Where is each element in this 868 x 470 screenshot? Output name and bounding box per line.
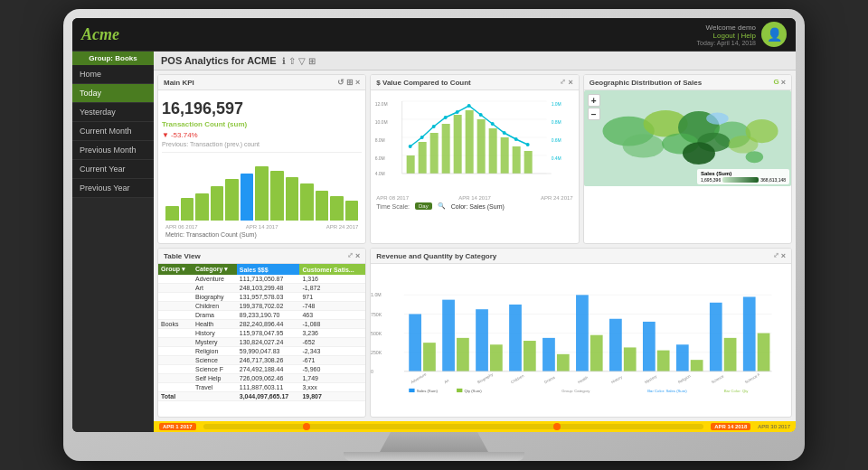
svg-text:12.0M: 12.0M: [375, 101, 388, 107]
sidebar-item-previous-month[interactable]: Previous Month: [72, 141, 154, 160]
svg-text:0: 0: [371, 369, 373, 374]
svg-rect-63: [443, 300, 456, 371]
table-row[interactable]: Science F 274,492,188.44 -5,960: [158, 365, 365, 374]
table-header-icons: ⤢ ×: [347, 251, 360, 260]
rev-close-icon[interactable]: ×: [781, 251, 786, 260]
cell-category: Biography: [193, 293, 237, 302]
info-icon[interactable]: ℹ: [282, 56, 286, 66]
cell-category: Children: [193, 302, 237, 311]
widget-rev-header: Revenue and Quantity by Category ⤢ ×: [371, 249, 791, 264]
user-info: Welcome demo Logout | Help Today: April …: [697, 24, 756, 46]
vc-legend: Color: Sales (Sum): [451, 203, 505, 210]
kpi-icon-2[interactable]: ⊞: [346, 78, 354, 87]
sidebar-item-home[interactable]: Home: [72, 65, 154, 84]
bar-12: [345, 201, 359, 221]
table-row[interactable]: Biography 131,957,578.03 971: [158, 293, 365, 302]
col-category[interactable]: Category ▾: [193, 264, 237, 275]
sidebar-item-yesterday[interactable]: Yesterday: [72, 103, 154, 122]
svg-rect-76: [657, 351, 670, 371]
cell-group: [158, 365, 193, 374]
cell-group: [158, 284, 193, 293]
timeline-bar: APR 1 2017 APR 14 2018 APR 30 2017: [154, 421, 796, 432]
table-row[interactable]: Religion 59,990,047.83 -2,343: [158, 347, 365, 356]
cell-category: Adventure: [193, 275, 237, 284]
user-links[interactable]: Logout | Help: [697, 32, 756, 40]
vc-timescale-value[interactable]: Day: [415, 202, 432, 210]
kpi-xaxis: APR 06 2017 APR 14 2017 APR 24 2017: [162, 224, 362, 230]
svg-rect-8: [442, 124, 450, 174]
widget-vc-header: $ Value Compared to Count ⤢ ×: [371, 75, 578, 90]
table-row[interactable]: Self Help 726,009,062.46 1,749: [158, 374, 365, 383]
vc-search-icon[interactable]: 🔍: [438, 202, 446, 210]
table-row[interactable]: Travel 111,887,603.11 3,xxx: [158, 383, 365, 392]
filter-icon[interactable]: ▽: [298, 56, 306, 66]
svg-text:1.0M: 1.0M: [552, 101, 561, 107]
geo-header-icons: G ×: [773, 78, 786, 87]
cell-sales: 199,378,702.02: [237, 302, 300, 311]
sidebar-item-previous-year[interactable]: Previous Year: [72, 179, 154, 198]
svg-text:1.0M: 1.0M: [371, 292, 382, 297]
table-row[interactable]: Children 199,378,702.02 -748: [158, 302, 365, 311]
table-row[interactable]: Books Health 282,240,896.44 -1,088: [158, 320, 365, 329]
timeline-track[interactable]: [203, 424, 704, 429]
table-row[interactable]: Drama 89,233,190.70 463: [158, 311, 365, 320]
cell-group: [158, 374, 193, 383]
settings-icon[interactable]: ⊞: [308, 56, 316, 66]
geo-expand-icon[interactable]: G: [773, 78, 778, 87]
cell-sales: 89,233,190.70: [237, 311, 300, 320]
map-area: + − Sales (Sum) 1,695,396 368,613,148: [584, 90, 791, 186]
svg-text:Science F: Science F: [744, 371, 761, 384]
table-row[interactable]: Art 248,103,299.48 -1,872: [158, 284, 365, 293]
svg-text:Science: Science: [711, 373, 725, 384]
widget-table-header: Table View ⤢ ×: [158, 249, 365, 264]
cell-group: [158, 329, 193, 338]
sidebar-item-current-month[interactable]: Current Month: [72, 122, 154, 141]
svg-text:0.6M: 0.6M: [552, 137, 561, 143]
kpi-icon-3[interactable]: ×: [355, 78, 360, 87]
vc-close-icon[interactable]: ×: [568, 78, 572, 87]
table-close-icon[interactable]: ×: [355, 251, 360, 260]
svg-rect-6: [419, 142, 427, 174]
col-group[interactable]: Group ▾: [158, 264, 193, 275]
table-expand-icon[interactable]: ⤢: [347, 251, 354, 260]
total-empty: [193, 392, 237, 401]
svg-text:Mystery: Mystery: [644, 373, 658, 384]
geo-close-icon[interactable]: ×: [781, 78, 786, 87]
widget-geo: Geographic Distribution of Sales G ×: [583, 74, 792, 244]
map-zoom-in[interactable]: +: [588, 94, 600, 107]
vc-expand-icon[interactable]: ⤢: [560, 78, 566, 87]
sidebar-item-today[interactable]: Today: [72, 84, 154, 103]
share-icon[interactable]: ⇧: [288, 56, 296, 66]
svg-text:Bar Color: Sales (Sum): Bar Color: Sales (Sum): [648, 389, 688, 393]
col-csat[interactable]: Customer Satis...: [299, 264, 365, 275]
svg-point-26: [526, 143, 530, 146]
table-row[interactable]: Mystery 130,824,027.24 -652: [158, 338, 365, 347]
sidebar-item-current-year[interactable]: Current Year: [72, 160, 154, 179]
svg-rect-81: [743, 296, 756, 371]
cell-csat: 3,xxx: [299, 383, 365, 392]
table-total-row: Total 3,044,097,665.17 19,807: [158, 392, 365, 401]
svg-rect-9: [454, 115, 462, 174]
svg-text:Art: Art: [443, 378, 450, 384]
table-row[interactable]: Adventure 111,713,050.87 1,316: [158, 275, 365, 284]
svg-point-50: [706, 113, 729, 125]
kpi-icon-1[interactable]: ↺: [337, 78, 344, 87]
timeline-handle-left[interactable]: [303, 423, 310, 430]
table-row[interactable]: History 115,978,047.95 3,236: [158, 329, 365, 338]
timeline-handle-right[interactable]: [553, 423, 561, 430]
col-sales[interactable]: Sales $$$: [237, 264, 300, 275]
cell-category: Health: [193, 320, 237, 329]
svg-rect-71: [576, 295, 589, 371]
map-zoom-out[interactable]: −: [588, 108, 600, 120]
svg-point-16: [409, 145, 412, 148]
cell-sales: 282,240,896.44: [237, 320, 300, 329]
rev-expand-icon[interactable]: ⤢: [773, 251, 779, 260]
welcome-label: Welcome demo: [697, 24, 756, 32]
cell-group: [158, 311, 193, 320]
widget-kpi-header: Main KPI ↺ ⊞ ×: [158, 75, 365, 90]
cell-sales: 726,009,062.46: [237, 374, 300, 383]
table-row[interactable]: Science 246,717,308.26 -671: [158, 356, 365, 365]
timeline-right: APR 30 2017: [758, 424, 790, 429]
cell-group: [158, 275, 193, 284]
revenue-svg: 1.0M 750K 500K 250K 0: [371, 264, 791, 417]
